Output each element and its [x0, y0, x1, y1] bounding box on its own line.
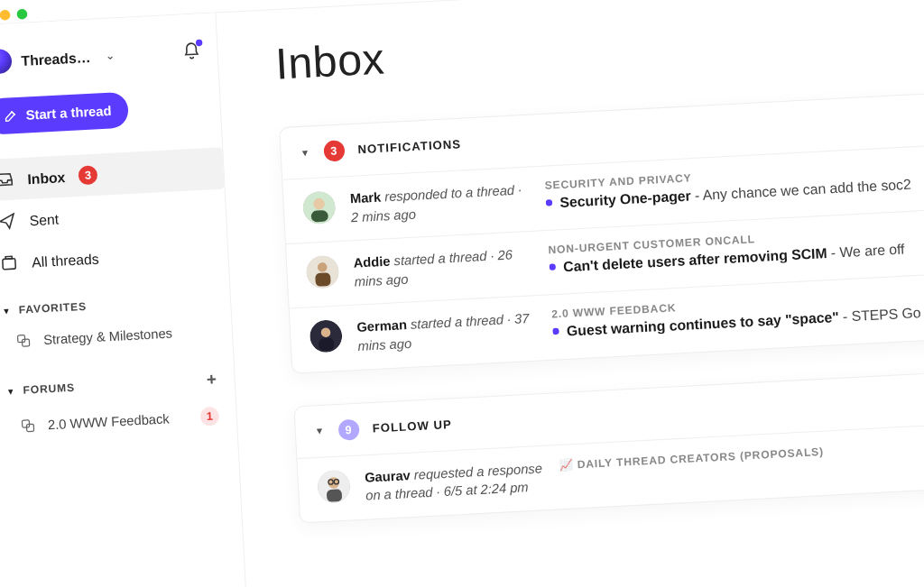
forum-badge: 1: [199, 407, 219, 426]
favorites-item-label: Strategy & Milestones: [43, 326, 173, 347]
svg-rect-18: [327, 489, 342, 502]
svg-rect-2: [22, 339, 29, 346]
minimize-icon[interactable]: [0, 10, 11, 21]
avatar: [306, 255, 340, 289]
workspace-avatar: [0, 49, 13, 75]
chart-emoji-icon: 📈: [559, 458, 574, 470]
sidebar-item-label: Sent: [29, 210, 59, 228]
notifications-group: ▼ 3 NOTIFICATIONS Mark responded to a th…: [279, 92, 924, 373]
svg-rect-10: [315, 272, 331, 287]
start-thread-label: Start a thread: [25, 103, 112, 123]
workspace-name: Threads…: [21, 49, 91, 69]
svg-rect-13: [319, 338, 334, 352]
sidebar-item-label: All threads: [32, 250, 99, 270]
add-forum-button[interactable]: +: [206, 370, 217, 390]
svg-rect-3: [22, 420, 29, 427]
triangle-down-icon: ▼: [300, 147, 310, 158]
activity-text: Addie started a thread · 26 mins ago: [353, 245, 534, 292]
triangle-down-icon: ▼: [6, 386, 16, 396]
page-title: Inbox: [274, 4, 924, 89]
maximize-icon[interactable]: [16, 9, 27, 20]
group-label: NOTIFICATIONS: [357, 138, 461, 157]
triangle-down-icon: ▼: [2, 307, 12, 316]
group-count: 3: [323, 140, 345, 161]
unread-dot-icon: [546, 199, 553, 206]
inbox-badge: 3: [78, 165, 97, 185]
inbox-icon: [0, 170, 14, 189]
svg-rect-0: [3, 259, 16, 270]
all-threads-icon: [0, 252, 19, 272]
workspace-switcher[interactable]: Threads… ⌄: [0, 43, 116, 75]
start-thread-button[interactable]: Start a thread: [0, 92, 129, 135]
svg-rect-4: [26, 424, 33, 431]
compose-icon: [3, 108, 19, 124]
channel-label: 📈DAILY THREAD CREATORS (PROPOSALS): [559, 438, 924, 472]
unread-dot-icon: [549, 263, 556, 271]
svg-rect-1: [17, 335, 24, 342]
avatar: [310, 320, 344, 354]
forums-item-label: 2.0 WWW Feedback: [48, 411, 170, 433]
activity-text: Mark responded to a thread · 2 mins ago: [349, 180, 531, 227]
channel-icon: [19, 417, 37, 435]
sidebar-item-label: Inbox: [27, 169, 66, 187]
sidebar: Threads… ⌄ Start a thread Inbox 3 Sen: [0, 13, 247, 587]
svg-rect-7: [310, 210, 328, 223]
triangle-down-icon: ▼: [315, 426, 326, 436]
channel-icon: [14, 332, 32, 350]
activity-text: Gaurav requested a response on a thread …: [365, 459, 546, 506]
group-count: 9: [337, 418, 359, 440]
sent-icon: [0, 211, 17, 231]
main-content: Inbox ▼ 3 NOTIFICATIONS Mark responded t…: [216, 0, 924, 587]
notifications-bell[interactable]: [180, 41, 202, 62]
unread-dot-icon: [196, 40, 203, 47]
avatar: [317, 469, 351, 503]
chevron-down-icon: ⌄: [106, 49, 116, 62]
avatar: [302, 191, 337, 225]
group-label: FOLLOW UP: [372, 417, 452, 435]
unread-dot-icon: [552, 328, 559, 335]
activity-text: German started a thread · 37 mins ago: [356, 309, 538, 356]
followup-group: ▼ 9 FOLLOW UP Gaurav requested a respons…: [293, 371, 924, 523]
